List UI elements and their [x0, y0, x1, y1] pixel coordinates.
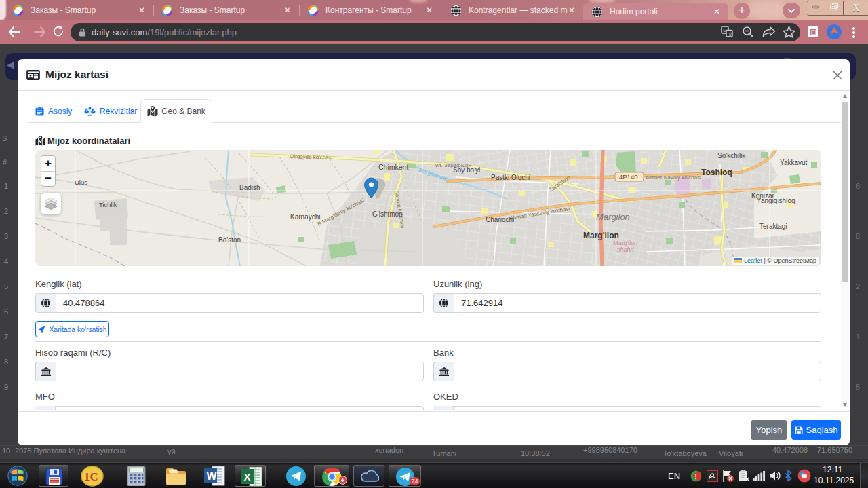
svg-text:Bo'ston: Bo'ston	[218, 236, 241, 244]
svg-text:文: 文	[728, 31, 733, 37]
svg-text:Karnaychi: Karnaychi	[290, 213, 320, 221]
svg-text:Margilon: Margilon	[596, 212, 630, 222]
svg-text:Pastki O'qchi: Pastki O'qchi	[491, 174, 530, 181]
svg-text:Alisher Navoiy ko'chasi: Alisher Navoiy ko'chasi	[646, 174, 701, 181]
svg-text:Marg'ilon: Marg'ilon	[583, 231, 619, 240]
svg-text:Ulus: Ulus	[75, 179, 87, 186]
svg-text:shahri: shahri	[617, 246, 635, 253]
svg-text:!: !	[695, 473, 697, 481]
svg-text:W: W	[207, 470, 218, 482]
svg-text:Yakkavut: Yakkavut	[780, 159, 808, 166]
svg-text:1С: 1С	[84, 470, 98, 483]
svg-text:Yangiqishloq: Yangiqishloq	[757, 197, 795, 204]
svg-text:Toshloq: Toshloq	[701, 168, 732, 177]
svg-text:Teraktagi: Teraktagi	[760, 223, 787, 230]
svg-text:X: X	[244, 471, 251, 483]
svg-text:Marg'ilon: Marg'ilon	[613, 240, 637, 246]
svg-text:Chariqchi: Chariqchi	[486, 216, 514, 223]
svg-text:Badish: Badish	[239, 184, 260, 191]
svg-text:4P140: 4P140	[619, 173, 637, 181]
svg-text:Chimkent: Chimkent	[378, 163, 408, 171]
svg-text:Tichlik: Tichlik	[99, 201, 117, 208]
svg-text:G'ishtmon: G'ishtmon	[372, 210, 403, 218]
svg-text:Soy bo'yi: Soy bo'yi	[453, 166, 480, 174]
svg-text:So'kchilik: So'kchilik	[717, 152, 746, 159]
